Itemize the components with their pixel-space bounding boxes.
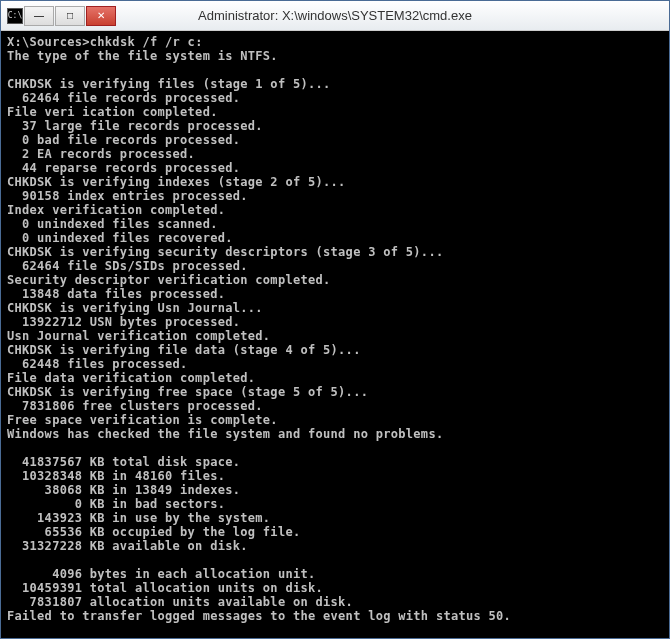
command-prompt-window: C:\ Administrator: X:\windows\SYSTEM32\c… [0, 0, 670, 639]
terminal-output[interactable]: X:\Sources>chkdsk /f /r c: The type of t… [1, 31, 669, 638]
minimize-button[interactable]: — [24, 6, 54, 26]
titlebar[interactable]: C:\ Administrator: X:\windows\SYSTEM32\c… [1, 1, 669, 31]
command-text: chkdsk /f /r c: [90, 35, 203, 49]
window-controls: — □ ✕ [23, 6, 116, 26]
cmd-icon: C:\ [7, 8, 23, 24]
output-lines: The type of the file system is NTFS. CHK… [7, 49, 511, 623]
prompt: X:\Sources> [7, 35, 90, 49]
maximize-button[interactable]: □ [55, 6, 85, 26]
close-button[interactable]: ✕ [86, 6, 116, 26]
